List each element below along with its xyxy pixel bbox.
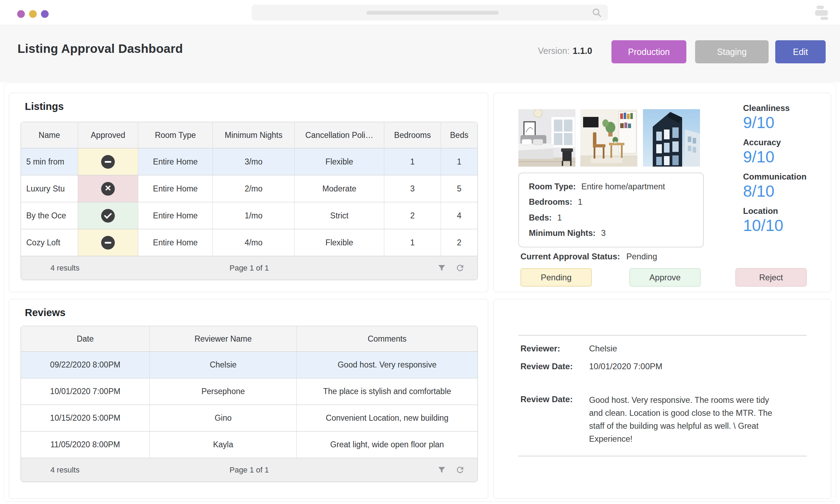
table-row[interactable]: 10/15/2020 5:00PM Gino Convenient Locati… xyxy=(21,405,477,431)
divider xyxy=(518,456,807,456)
review-detail-card: Reviewer: Chelsie Review Date: 10/01/202… xyxy=(493,299,831,499)
info-bedrooms: Bedrooms:1 xyxy=(529,197,693,207)
col-date[interactable]: Date xyxy=(21,326,149,351)
divider xyxy=(518,335,807,336)
reject-button[interactable]: Reject xyxy=(735,268,807,287)
col-beds[interactable]: Beds xyxy=(441,122,477,148)
refresh-icon[interactable] xyxy=(455,465,465,475)
review-date-label: Review Date: xyxy=(520,362,573,371)
rating-label: Accuracy xyxy=(743,137,806,148)
listings-table-footer: 4 results Page 1 of 1 xyxy=(21,256,477,280)
info-room-type: Room Type:Entire home/apartment xyxy=(529,182,693,191)
table-row[interactable]: 5 min from Entire Home 3/mo Flexible 1 1 xyxy=(21,148,477,175)
rating-communication: Communication 8/10 xyxy=(743,172,806,201)
review-comment-label: Review Date: xyxy=(520,394,573,404)
listings-title: Listings xyxy=(25,101,64,112)
minus-circle-icon xyxy=(101,155,115,169)
check-circle-icon xyxy=(101,209,115,223)
traffic-light-zoom-icon[interactable] xyxy=(41,10,49,18)
approve-button[interactable]: Approve xyxy=(629,268,701,287)
col-approved[interactable]: Approved xyxy=(78,122,138,148)
col-comments[interactable]: Comments xyxy=(296,326,477,351)
table-row[interactable]: 11/05/2020 8:00PM Kayla Great light, wid… xyxy=(21,431,477,458)
review-date-value: 10/01/2020 7:00PM xyxy=(589,362,663,371)
pending-button[interactable]: Pending xyxy=(520,268,592,287)
search-icon[interactable] xyxy=(592,8,602,18)
reviews-card: Reviews Date Reviewer Name Comments 09/2… xyxy=(9,299,488,499)
reviews-table: Date Reviewer Name Comments 09/22/2020 8… xyxy=(21,326,478,482)
table-row[interactable]: Cozy Loft Entire Home 4/mo Flexible 1 2 xyxy=(21,229,477,256)
traffic-light-minimize-icon[interactable] xyxy=(29,10,37,18)
listings-table: Name Approved Room Type Minimum Nights C… xyxy=(21,122,478,280)
version-info: Version:1.1.0 xyxy=(538,46,592,56)
rating-value: 8/10 xyxy=(743,182,806,201)
pagination-label: Page 1 of 1 xyxy=(21,264,477,273)
table-row[interactable]: By the Oce Entire Home 1/mo Strict 2 4 xyxy=(21,202,477,229)
listing-detail-card: Cleanliness 9/10 Accuracy 9/10 Communica… xyxy=(493,93,831,292)
minus-circle-icon xyxy=(101,236,115,250)
app-header: Listing Approval Dashboard Version:1.1.0… xyxy=(0,26,840,82)
traffic-light-close-icon[interactable] xyxy=(17,10,25,18)
listing-info-box: Room Type:Entire home/apartment Bedrooms… xyxy=(518,173,704,247)
info-minimum-nights: Minimum Nights:3 xyxy=(529,229,693,238)
col-reviewer-name[interactable]: Reviewer Name xyxy=(149,326,296,351)
version-value: 1.1.0 xyxy=(573,46,592,56)
rating-value: 10/10 xyxy=(743,216,806,235)
page-title: Listing Approval Dashboard xyxy=(18,42,183,56)
table-row[interactable]: 09/22/2020 8:00PM Chelsie Good host. Ver… xyxy=(21,351,477,378)
reviews-title: Reviews xyxy=(25,307,65,318)
listing-photo-building-exterior xyxy=(643,109,700,167)
rating-accuracy: Accuracy 9/10 xyxy=(743,137,806,166)
listing-photo-bedroom xyxy=(518,109,575,167)
info-beds: Beds:1 xyxy=(529,213,693,223)
col-cancellation-policy[interactable]: Cancellation Poli… xyxy=(294,122,384,148)
address-search-bar[interactable] xyxy=(252,5,608,21)
rating-value: 9/10 xyxy=(743,113,806,132)
col-minimum-nights[interactable]: Minimum Nights xyxy=(212,122,294,148)
rating-label: Cleanliness xyxy=(743,103,806,113)
rating-label: Communication xyxy=(743,172,806,182)
pagination-label: Page 1 of 1 xyxy=(21,465,477,475)
address-placeholder-line xyxy=(366,11,499,15)
listings-card: Listings Name Approved Room Type Minimum… xyxy=(9,93,488,292)
table-row[interactable]: 10/01/2020 7:00PM Persephone The place i… xyxy=(21,378,477,405)
staging-button[interactable]: Staging xyxy=(695,40,769,63)
filter-icon[interactable] xyxy=(437,264,446,273)
rating-value: 9/10 xyxy=(743,148,806,166)
review-comment-text: Good host. Very responsive. The rooms we… xyxy=(589,394,781,446)
app-window: Listing Approval Dashboard Version:1.1.0… xyxy=(0,0,840,504)
edit-button[interactable]: Edit xyxy=(775,40,826,63)
col-name[interactable]: Name xyxy=(21,122,78,148)
refresh-icon[interactable] xyxy=(455,263,465,273)
production-button[interactable]: Production xyxy=(611,40,686,63)
browser-topbar xyxy=(0,0,840,25)
rating-label: Location xyxy=(743,206,806,216)
reviewer-value: Chelsie xyxy=(589,344,617,354)
approval-status-label: Current Approval Status: xyxy=(520,252,620,261)
filter-icon[interactable] xyxy=(437,465,446,475)
listing-photo-living-room xyxy=(580,109,637,167)
approval-status-value: Pending xyxy=(626,252,657,261)
listings-header-row: Name Approved Room Type Minimum Nights C… xyxy=(21,122,477,148)
rating-location: Location 10/10 xyxy=(743,206,806,235)
table-row[interactable]: Luxury Stu Entire Home 2/mo Moderate 3 5 xyxy=(21,175,477,202)
ratings-panel: Cleanliness 9/10 Accuracy 9/10 Communica… xyxy=(743,103,806,240)
version-label: Version: xyxy=(538,46,569,56)
col-room-type[interactable]: Room Type xyxy=(138,122,212,148)
reviews-header-row: Date Reviewer Name Comments xyxy=(21,326,477,351)
x-circle-icon xyxy=(101,182,115,196)
reviewer-label: Reviewer: xyxy=(520,344,560,354)
col-bedrooms[interactable]: Bedrooms xyxy=(384,122,441,148)
reviews-table-footer: 4 results Page 1 of 1 xyxy=(21,458,477,482)
approval-status-line: Current Approval Status:Pending xyxy=(520,252,657,261)
menu-bars-icon[interactable] xyxy=(814,5,829,20)
rating-cleanliness: Cleanliness 9/10 xyxy=(743,103,806,132)
